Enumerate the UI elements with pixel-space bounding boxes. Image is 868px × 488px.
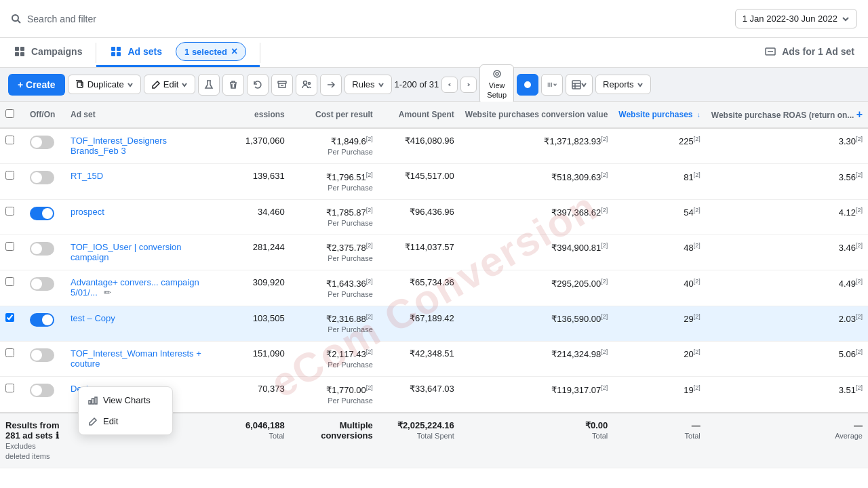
row-checkbox-cell[interactable] (0, 341, 24, 376)
select-all-header[interactable] (0, 102, 24, 128)
purchases-header[interactable]: Website purchases ↓ (613, 102, 706, 128)
roas-header[interactable]: Website purchase ROAS (return on... + (706, 102, 868, 128)
row-toggle[interactable] (30, 384, 54, 397)
rules-button[interactable]: Rules (344, 75, 391, 94)
row-toggle[interactable] (30, 348, 54, 362)
row-checkbox-cell[interactable] (0, 235, 24, 270)
table-row: prospect 34,460 ₹1,785.87[2] Per Purchas… (0, 199, 868, 235)
selected-badge: 1 selected × (176, 42, 246, 61)
row-checkbox-cell[interactable] (0, 164, 24, 199)
prev-page-button[interactable] (441, 77, 458, 93)
edit-icon (151, 80, 161, 89)
row-name-cell[interactable]: TOF_IOS_User | conversion campaign (65, 235, 222, 270)
row-name-cell[interactable]: TOF_Interest_Designers Brands_Feb 3 (65, 128, 222, 164)
row-toggle[interactable] (30, 313, 54, 327)
row-checkbox[interactable] (5, 136, 14, 144)
columns-view-button[interactable] (541, 74, 563, 96)
footer-roas: — (854, 420, 863, 430)
flask-button[interactable] (198, 74, 220, 96)
row-checkbox[interactable] (5, 313, 14, 322)
row-checkbox[interactable] (5, 242, 14, 251)
table-view-button[interactable] (566, 74, 593, 96)
tab-ads[interactable]: Ads for 1 Ad set (751, 38, 868, 67)
trash-icon (229, 80, 238, 89)
share-button[interactable] (320, 74, 342, 96)
table-wrapper: eCom Conversion Off/On Ad set essions Co… (0, 102, 868, 488)
row-cost-sup: [2] (366, 171, 373, 178)
row-toggle[interactable] (30, 171, 54, 184)
row-name-cell[interactable]: prospect (65, 199, 222, 235)
view-setup-button[interactable]: View Setup (479, 64, 514, 104)
clear-selection-button[interactable]: × (231, 45, 237, 58)
row-checkbox[interactable] (5, 348, 14, 357)
row-toggle[interactable] (30, 242, 54, 256)
row-roas: 3.51[2] (839, 385, 863, 395)
date-picker[interactable]: 1 Jan 2022-30 Jun 2022 (735, 9, 857, 28)
row-toggle-cell[interactable] (24, 128, 65, 164)
row-toggle[interactable] (30, 136, 54, 149)
edit-menu-item[interactable]: Edit (79, 411, 172, 432)
row-checkbox[interactable] (5, 207, 14, 216)
row-checkbox-cell[interactable] (0, 377, 24, 413)
row-toggle-cell[interactable] (24, 164, 65, 199)
row-checkbox-cell[interactable] (0, 306, 24, 341)
tab-campaigns-label: Campaigns (31, 46, 82, 57)
row-name-cell[interactable]: Advantage+ convers... campaign 5/01/... … (65, 270, 222, 306)
footer-sessions-cell: 6,046,188 Total (222, 413, 290, 468)
tab-campaigns[interactable]: Campaigns (0, 38, 96, 67)
assign-button[interactable] (296, 74, 317, 96)
row-name-cell[interactable]: test – Copy (65, 306, 222, 341)
row-toggle-cell[interactable] (24, 235, 65, 270)
row-sessions: 309,920 (253, 277, 285, 287)
row-toggle-cell[interactable] (24, 199, 65, 235)
row-toggle-cell[interactable] (24, 341, 65, 376)
row-roas-cell: 3.46[2] (706, 235, 868, 270)
row-checkbox[interactable] (5, 384, 14, 392)
reports-button[interactable]: Reports (595, 75, 651, 94)
amount-spent-header[interactable]: Amount Spent (378, 102, 460, 128)
row-purchases: 225[2] (679, 136, 701, 146)
create-button[interactable]: + Create (8, 74, 65, 96)
row-cost-cell: ₹1,796.51[2] Per Purchase (290, 164, 378, 199)
add-column-button[interactable]: + (856, 108, 863, 120)
row-amount: ₹114,037.57 (405, 242, 454, 252)
edit-button[interactable]: Edit (144, 75, 195, 94)
delete-button[interactable] (222, 74, 244, 96)
next-page-button[interactable] (460, 77, 477, 93)
duplicate-button[interactable]: Duplicate (68, 75, 141, 94)
conv-value-header[interactable]: Website purchases conversion value (460, 102, 614, 128)
archive-button[interactable] (271, 74, 293, 96)
row-cost-label: Per Purchase (328, 396, 373, 405)
row-convvalue-sup: [2] (601, 313, 608, 320)
row-toggle[interactable] (30, 277, 54, 291)
row-checkbox[interactable] (5, 277, 14, 286)
undo-button[interactable] (247, 74, 269, 96)
row-purchases-cell: 29[2] (613, 306, 706, 341)
row-checkbox-cell[interactable] (0, 128, 24, 164)
row-edit-icon[interactable]: ✏ (104, 287, 111, 298)
row-checkbox[interactable] (5, 171, 14, 180)
view-charts-menu-item[interactable]: View Charts (79, 390, 172, 411)
select-all-checkbox[interactable] (5, 109, 14, 118)
row-checkbox-cell[interactable] (0, 270, 24, 306)
row-convvalue: ₹136,590.00[2] (551, 314, 608, 324)
row-cost-sup: [2] (366, 348, 373, 355)
row-purchases-sup: [2] (694, 171, 701, 178)
row-toggle-cell[interactable] (24, 377, 65, 413)
search-area[interactable]: Search and filter (11, 14, 96, 24)
svg-point-0 (12, 15, 18, 21)
row-toggle[interactable] (30, 207, 54, 220)
table-row: TOF_Interest_Designers Brands_Feb 3 1,37… (0, 128, 868, 164)
row-purchases-cell: 40[2] (613, 270, 706, 306)
tab-adsets[interactable]: Ad sets 1 selected × (96, 38, 260, 67)
row-cost: ₹2,316.88[2] (326, 314, 373, 324)
row-toggle-cell[interactable] (24, 306, 65, 341)
table-icon (572, 80, 581, 89)
sessions-header[interactable]: essions (222, 102, 290, 128)
row-checkbox-cell[interactable] (0, 199, 24, 235)
cost-per-header[interactable]: Cost per result (290, 102, 378, 128)
circle-view-button[interactable] (517, 74, 538, 96)
row-toggle-cell[interactable] (24, 270, 65, 306)
row-name-cell[interactable]: TOF_Interest_Woman Interests + couture (65, 341, 222, 376)
row-name-cell[interactable]: RT_15D (65, 164, 222, 199)
